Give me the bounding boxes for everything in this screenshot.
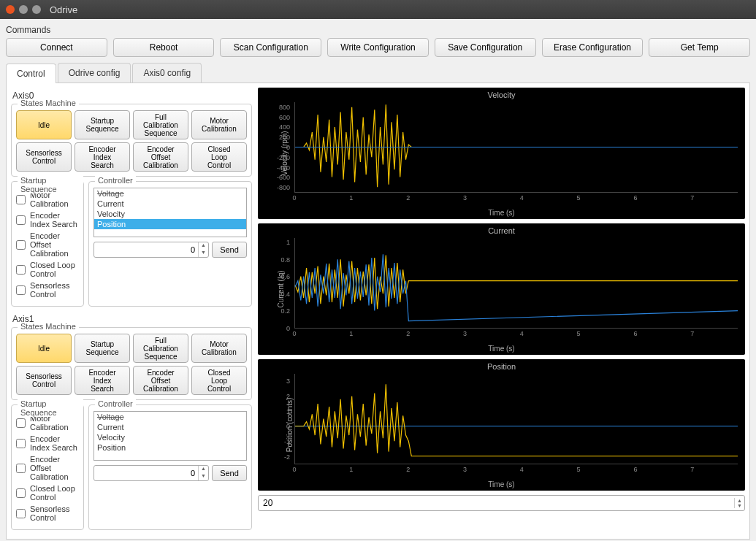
controller-label: Controller <box>95 399 136 408</box>
checkbox-icon[interactable] <box>16 418 26 428</box>
tab-axis0-config[interactable]: Axis0 config <box>132 63 202 83</box>
tab-control[interactable]: Control <box>6 64 56 83</box>
controller-value-stepper[interactable]: ▲▼ <box>93 465 209 481</box>
ytick: 0 <box>258 423 290 430</box>
erase-configuration-button[interactable]: Erase Configuration <box>542 38 644 57</box>
chart-xlabel: Time (s) <box>488 209 514 217</box>
controller-listbox[interactable]: VoltageCurrentVelocityPosition <box>93 411 247 461</box>
full-calibration-sequence-button[interactable]: FullCalibrationSequence <box>133 110 188 139</box>
checkbox-icon[interactable] <box>16 265 26 275</box>
scan-configuration-button[interactable]: Scan Configuration <box>220 38 321 57</box>
write-configuration-button[interactable]: Write Configuration <box>327 38 429 57</box>
connect-button[interactable]: Connect <box>6 38 107 57</box>
startup-check-encoder-offset-calibration[interactable]: Encoder Offset Calibration <box>16 231 79 258</box>
encoder-offset-calibration-button[interactable]: EncoderOffsetCalibration <box>133 366 188 395</box>
ytick: 0 <box>258 325 290 332</box>
chevron-down-icon[interactable]: ▼ <box>199 473 208 480</box>
xtick: 2 <box>406 466 410 473</box>
chevron-up-icon[interactable]: ▲ <box>735 498 744 503</box>
controller-option-velocity[interactable]: Velocity <box>94 209 246 219</box>
idle-button[interactable]: Idle <box>16 334 72 363</box>
controller-value-input[interactable] <box>94 242 198 257</box>
xtick: 1 <box>349 194 353 202</box>
chart-xlabel: Time (s) <box>488 480 514 488</box>
xtick: 7 <box>690 194 694 202</box>
minimize-icon[interactable] <box>19 5 28 14</box>
controller-listbox[interactable]: VoltageCurrentVelocityPosition <box>93 188 247 237</box>
startup-check-encoder-index-search[interactable]: Encoder Index Search <box>16 211 79 229</box>
xtick: 1 <box>349 466 353 473</box>
startup-check-sensorless-control[interactable]: Sensorless Control <box>16 281 79 299</box>
chart-velocity: VelocityVelocity (rpm)Time (s)-800-600-4… <box>258 88 745 219</box>
encoder-index-search-button[interactable]: EncoderIndexSearch <box>75 142 130 172</box>
controller-option-velocity[interactable]: Velocity <box>94 432 246 442</box>
checkbox-icon[interactable] <box>16 240 26 250</box>
chevron-down-icon[interactable]: ▼ <box>199 250 208 257</box>
ytick: 0 <box>258 144 290 151</box>
close-icon[interactable] <box>6 5 15 14</box>
controller-option-current[interactable]: Current <box>94 199 246 209</box>
chevron-down-icon[interactable]: ▼ <box>735 503 744 508</box>
checkbox-icon[interactable] <box>16 195 26 204</box>
checkbox-label: Closed Loop Control <box>30 261 79 278</box>
startup-sequence-button[interactable]: StartupSequence <box>75 110 130 139</box>
states-machine-group-0: States MachineIdleStartupSequenceFullCal… <box>11 104 252 177</box>
startup-sequence-button[interactable]: StartupSequence <box>75 334 130 363</box>
ytick: 200 <box>258 134 290 141</box>
get-temp-button[interactable]: Get Temp <box>649 38 750 57</box>
controller-option-position[interactable]: Position <box>94 219 246 229</box>
xtick: 7 <box>690 466 694 473</box>
send-button[interactable]: Send <box>212 465 247 481</box>
startup-sequence-label: Startup Sequence <box>18 399 83 417</box>
controller-value-input[interactable] <box>94 466 198 480</box>
controller-value-stepper[interactable]: ▲▼ <box>93 242 209 258</box>
idle-button[interactable]: Idle <box>16 110 72 139</box>
encoder-offset-calibration-button[interactable]: EncoderOffsetCalibration <box>133 142 188 172</box>
chart-xlabel: Time (s) <box>488 345 514 353</box>
motor-calibration-button[interactable]: MotorCalibration <box>191 110 247 139</box>
controller-group-1: ControllerVoltageCurrentVelocityPosition… <box>88 404 252 530</box>
maximize-icon[interactable] <box>32 5 41 14</box>
ytick: -400 <box>258 164 290 172</box>
checkbox-icon[interactable] <box>16 215 26 225</box>
startup-check-sensorless-control[interactable]: Sensorless Control <box>16 504 79 522</box>
startup-check-encoder-offset-calibration[interactable]: Encoder Offset Calibration <box>16 455 79 481</box>
controller-group-0: ControllerVoltageCurrentVelocityPosition… <box>88 181 252 307</box>
xtick: 1 <box>349 330 353 337</box>
send-button[interactable]: Send <box>212 242 247 258</box>
xtick: 0 <box>292 330 296 337</box>
startup-check-encoder-index-search[interactable]: Encoder Index Search <box>16 434 79 452</box>
ytick: 0.4 <box>258 291 290 298</box>
chevron-up-icon[interactable]: ▲ <box>199 242 208 250</box>
sensorless-control-button[interactable]: SensorlessControl <box>16 366 72 395</box>
ytick: -600 <box>258 174 290 181</box>
startup-check-closed-loop-control[interactable]: Closed Loop Control <box>16 261 79 278</box>
chevron-up-icon[interactable]: ▲ <box>199 466 208 473</box>
checkbox-icon[interactable] <box>16 464 26 473</box>
ytick: -800 <box>258 184 290 191</box>
motor-calibration-button[interactable]: MotorCalibration <box>191 334 247 363</box>
startup-check-closed-loop-control[interactable]: Closed Loop Control <box>16 484 79 502</box>
checkbox-icon[interactable] <box>16 439 26 448</box>
controller-option-position[interactable]: Position <box>94 442 246 453</box>
tab-odrive-config[interactable]: Odrive config <box>58 63 131 83</box>
closed-loop-control-button[interactable]: ClosedLoopControl <box>191 366 247 395</box>
xtick: 6 <box>633 466 637 473</box>
save-configuration-button[interactable]: Save Configuration <box>435 38 536 57</box>
full-calibration-sequence-button[interactable]: FullCalibrationSequence <box>133 334 188 363</box>
checkbox-icon[interactable] <box>16 509 26 518</box>
bottom-value-input[interactable] <box>259 498 734 508</box>
encoder-index-search-button[interactable]: EncoderIndexSearch <box>75 366 130 395</box>
reboot-button[interactable]: Reboot <box>113 38 215 57</box>
closed-loop-control-button[interactable]: ClosedLoopControl <box>191 142 247 172</box>
bottom-value-stepper[interactable]: ▲▼ <box>258 495 745 511</box>
checkbox-icon[interactable] <box>16 285 26 295</box>
controller-option-current[interactable]: Current <box>94 422 246 432</box>
window-titlebar: Odrive <box>0 0 756 19</box>
ytick: 0.8 <box>258 256 290 264</box>
checkbox-label: Encoder Index Search <box>30 434 79 452</box>
xtick: 2 <box>406 194 410 202</box>
checkbox-icon[interactable] <box>16 488 26 498</box>
checkbox-label: Encoder Index Search <box>30 211 79 229</box>
sensorless-control-button[interactable]: SensorlessControl <box>16 142 72 172</box>
